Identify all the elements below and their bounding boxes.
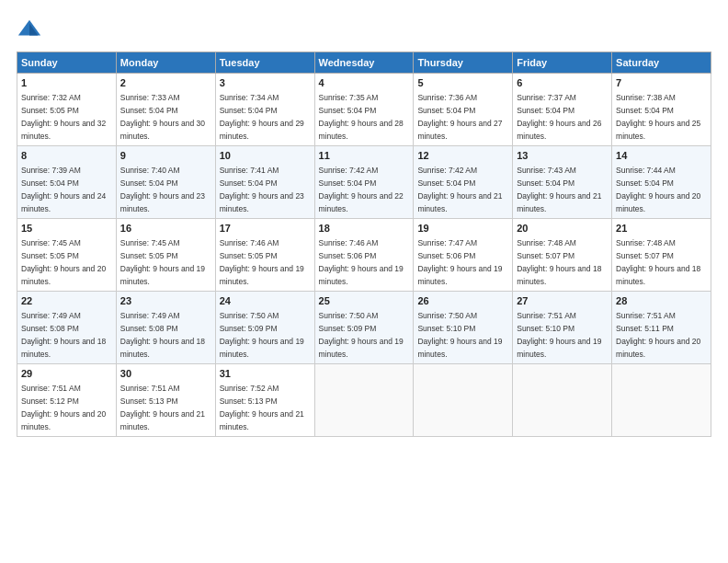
day-info: Sunrise: 7:33 AMSunset: 5:04 PMDaylight:… xyxy=(120,93,205,141)
calendar-cell: 19Sunrise: 7:47 AMSunset: 5:06 PMDayligh… xyxy=(414,218,513,291)
calendar-cell: 28Sunrise: 7:51 AMSunset: 5:11 PMDayligh… xyxy=(612,291,711,363)
day-info: Sunrise: 7:45 AMSunset: 5:05 PMDaylight:… xyxy=(120,238,205,286)
day-info: Sunrise: 7:36 AMSunset: 5:04 PMDaylight:… xyxy=(417,93,502,141)
weekday-header-monday: Monday xyxy=(116,52,215,74)
day-number: 9 xyxy=(120,149,211,163)
calendar-cell: 20Sunrise: 7:48 AMSunset: 5:07 PMDayligh… xyxy=(513,218,612,291)
day-info: Sunrise: 7:41 AMSunset: 5:04 PMDaylight:… xyxy=(220,166,304,213)
calendar-cell: 14Sunrise: 7:44 AMSunset: 5:04 PMDayligh… xyxy=(612,145,711,218)
day-number: 27 xyxy=(517,294,608,308)
day-info: Sunrise: 7:32 AMSunset: 5:05 PMDaylight:… xyxy=(21,93,106,141)
week-row-1: 1Sunrise: 7:32 AMSunset: 5:05 PMDaylight… xyxy=(17,74,711,146)
day-number: 4 xyxy=(319,76,410,90)
day-number: 3 xyxy=(220,76,311,90)
logo xyxy=(17,17,46,42)
day-number: 28 xyxy=(616,294,707,308)
week-row-4: 22Sunrise: 7:49 AMSunset: 5:08 PMDayligh… xyxy=(17,291,711,363)
day-info: Sunrise: 7:47 AMSunset: 5:06 PMDaylight:… xyxy=(417,238,502,286)
day-number: 12 xyxy=(417,149,508,163)
logo-icon xyxy=(17,17,42,42)
weekday-header-sunday: Sunday xyxy=(17,52,117,74)
header-row: SundayMondayTuesdayWednesdayThursdayFrid… xyxy=(17,52,711,74)
day-info: Sunrise: 7:46 AMSunset: 5:05 PMDaylight:… xyxy=(220,238,304,286)
day-info: Sunrise: 7:50 AMSunset: 5:09 PMDaylight:… xyxy=(220,311,304,359)
weekday-header-tuesday: Tuesday xyxy=(215,52,314,74)
day-info: Sunrise: 7:34 AMSunset: 5:04 PMDaylight:… xyxy=(220,93,304,141)
calendar-cell: 21Sunrise: 7:48 AMSunset: 5:07 PMDayligh… xyxy=(612,218,711,291)
day-number: 7 xyxy=(616,76,707,90)
day-info: Sunrise: 7:43 AMSunset: 5:04 PMDaylight:… xyxy=(517,166,601,213)
day-number: 1 xyxy=(21,76,112,90)
calendar-cell: 24Sunrise: 7:50 AMSunset: 5:09 PMDayligh… xyxy=(215,291,314,363)
calendar-cell: 4Sunrise: 7:35 AMSunset: 5:04 PMDaylight… xyxy=(314,74,414,146)
day-number: 5 xyxy=(417,76,508,90)
day-number: 25 xyxy=(319,294,410,308)
calendar-cell: 25Sunrise: 7:50 AMSunset: 5:09 PMDayligh… xyxy=(314,291,414,363)
calendar-cell: 12Sunrise: 7:42 AMSunset: 5:04 PMDayligh… xyxy=(414,145,513,218)
week-row-3: 15Sunrise: 7:45 AMSunset: 5:05 PMDayligh… xyxy=(17,218,711,291)
calendar-cell: 10Sunrise: 7:41 AMSunset: 5:04 PMDayligh… xyxy=(215,145,314,218)
calendar-cell: 31Sunrise: 7:52 AMSunset: 5:13 PMDayligh… xyxy=(215,363,314,436)
day-info: Sunrise: 7:51 AMSunset: 5:11 PMDaylight:… xyxy=(616,311,700,359)
weekday-header-friday: Friday xyxy=(513,52,612,74)
calendar-cell xyxy=(314,363,414,436)
day-number: 21 xyxy=(616,222,707,236)
day-info: Sunrise: 7:35 AMSunset: 5:04 PMDaylight:… xyxy=(319,93,404,141)
calendar-cell: 17Sunrise: 7:46 AMSunset: 5:05 PMDayligh… xyxy=(215,218,314,291)
day-number: 22 xyxy=(21,294,112,308)
weekday-header-wednesday: Wednesday xyxy=(314,52,414,74)
day-info: Sunrise: 7:40 AMSunset: 5:04 PMDaylight:… xyxy=(120,166,205,213)
calendar-cell xyxy=(612,363,711,436)
day-info: Sunrise: 7:51 AMSunset: 5:12 PMDaylight:… xyxy=(21,384,106,431)
calendar-cell: 13Sunrise: 7:43 AMSunset: 5:04 PMDayligh… xyxy=(513,145,612,218)
calendar-cell: 2Sunrise: 7:33 AMSunset: 5:04 PMDaylight… xyxy=(116,74,215,146)
header xyxy=(17,17,711,42)
week-row-5: 29Sunrise: 7:51 AMSunset: 5:12 PMDayligh… xyxy=(17,363,711,436)
calendar-cell: 1Sunrise: 7:32 AMSunset: 5:05 PMDaylight… xyxy=(17,74,117,146)
weekday-header-saturday: Saturday xyxy=(612,52,711,74)
day-number: 17 xyxy=(220,222,311,236)
day-number: 19 xyxy=(417,222,508,236)
day-number: 2 xyxy=(120,76,211,90)
day-info: Sunrise: 7:51 AMSunset: 5:10 PMDaylight:… xyxy=(517,311,601,359)
day-info: Sunrise: 7:52 AMSunset: 5:13 PMDaylight:… xyxy=(220,384,304,431)
day-info: Sunrise: 7:38 AMSunset: 5:04 PMDaylight:… xyxy=(616,93,700,141)
calendar-cell: 11Sunrise: 7:42 AMSunset: 5:04 PMDayligh… xyxy=(314,145,414,218)
day-info: Sunrise: 7:49 AMSunset: 5:08 PMDaylight:… xyxy=(120,311,205,359)
week-row-2: 8Sunrise: 7:39 AMSunset: 5:04 PMDaylight… xyxy=(17,145,711,218)
day-info: Sunrise: 7:48 AMSunset: 5:07 PMDaylight:… xyxy=(616,238,700,286)
calendar-cell: 15Sunrise: 7:45 AMSunset: 5:05 PMDayligh… xyxy=(17,218,117,291)
day-number: 18 xyxy=(319,222,410,236)
day-number: 11 xyxy=(319,149,410,163)
day-number: 31 xyxy=(220,367,311,381)
calendar-cell: 22Sunrise: 7:49 AMSunset: 5:08 PMDayligh… xyxy=(17,291,117,363)
day-number: 26 xyxy=(417,294,508,308)
calendar-cell: 27Sunrise: 7:51 AMSunset: 5:10 PMDayligh… xyxy=(513,291,612,363)
calendar-cell xyxy=(414,363,513,436)
calendar-cell: 6Sunrise: 7:37 AMSunset: 5:04 PMDaylight… xyxy=(513,74,612,146)
day-number: 16 xyxy=(120,222,211,236)
day-number: 29 xyxy=(21,367,112,381)
day-info: Sunrise: 7:42 AMSunset: 5:04 PMDaylight:… xyxy=(417,166,502,213)
day-number: 30 xyxy=(120,367,211,381)
calendar-table: SundayMondayTuesdayWednesdayThursdayFrid… xyxy=(17,52,711,437)
calendar-cell xyxy=(513,363,612,436)
day-info: Sunrise: 7:46 AMSunset: 5:06 PMDaylight:… xyxy=(319,238,404,286)
calendar-cell: 7Sunrise: 7:38 AMSunset: 5:04 PMDaylight… xyxy=(612,74,711,146)
day-info: Sunrise: 7:42 AMSunset: 5:04 PMDaylight:… xyxy=(319,166,404,213)
day-number: 6 xyxy=(517,76,608,90)
day-info: Sunrise: 7:39 AMSunset: 5:04 PMDaylight:… xyxy=(21,166,106,213)
calendar-cell: 30Sunrise: 7:51 AMSunset: 5:13 PMDayligh… xyxy=(116,363,215,436)
day-number: 13 xyxy=(517,149,608,163)
day-info: Sunrise: 7:50 AMSunset: 5:10 PMDaylight:… xyxy=(417,311,502,359)
calendar-cell: 9Sunrise: 7:40 AMSunset: 5:04 PMDaylight… xyxy=(116,145,215,218)
day-info: Sunrise: 7:51 AMSunset: 5:13 PMDaylight:… xyxy=(120,384,205,431)
day-number: 20 xyxy=(517,222,608,236)
day-number: 10 xyxy=(220,149,311,163)
calendar-cell: 8Sunrise: 7:39 AMSunset: 5:04 PMDaylight… xyxy=(17,145,117,218)
day-info: Sunrise: 7:44 AMSunset: 5:04 PMDaylight:… xyxy=(616,166,700,213)
page: SundayMondayTuesdayWednesdayThursdayFrid… xyxy=(0,0,728,563)
day-info: Sunrise: 7:48 AMSunset: 5:07 PMDaylight:… xyxy=(517,238,601,286)
calendar-cell: 23Sunrise: 7:49 AMSunset: 5:08 PMDayligh… xyxy=(116,291,215,363)
day-info: Sunrise: 7:45 AMSunset: 5:05 PMDaylight:… xyxy=(21,238,106,286)
